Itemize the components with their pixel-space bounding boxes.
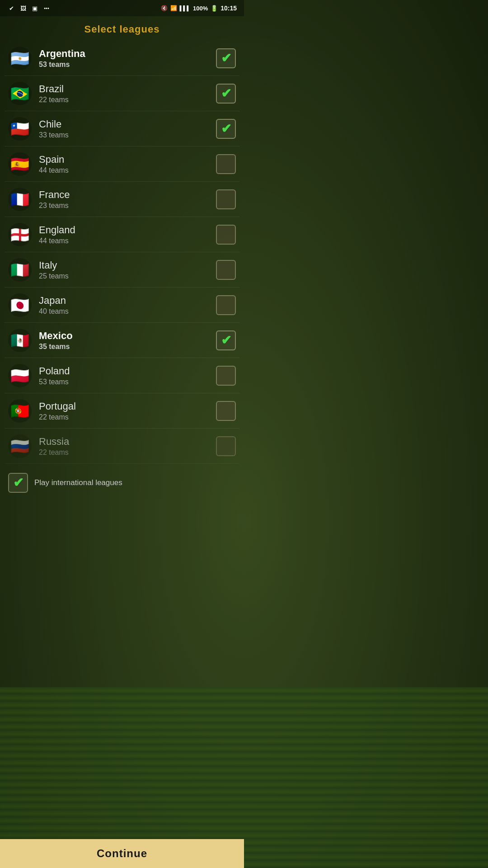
league-teams-italy: 25 teams	[39, 272, 216, 280]
flag-chile: 🇨🇱	[8, 117, 32, 141]
league-item-mexico[interactable]: 🇲🇽Mexico35 teams✔	[5, 323, 239, 358]
league-item-russia[interactable]: 🇷🇺Russia22 teams	[5, 429, 239, 464]
flag-russia: 🇷🇺	[8, 434, 32, 458]
mute-icon: 🔇	[161, 5, 168, 11]
checkbox-portugal[interactable]	[216, 401, 236, 421]
league-item-italy[interactable]: 🇮🇹Italy25 teams	[5, 252, 239, 288]
league-info-portugal: Portugal22 teams	[39, 401, 216, 421]
league-teams-france: 23 teams	[39, 202, 216, 210]
league-list: 🇦🇷Argentina53 teams✔🇧🇷Brazil22 teams✔🇨🇱C…	[0, 41, 244, 464]
flag-spain: 🇪🇸	[8, 152, 32, 176]
checkmark-argentina: ✔	[221, 52, 231, 65]
league-teams-argentina: 53 teams	[39, 61, 216, 69]
checkbox-chile[interactable]: ✔	[216, 119, 236, 139]
more-status-icon: •••	[42, 4, 51, 12]
league-info-brazil: Brazil22 teams	[39, 83, 216, 104]
league-info-japan: Japan40 teams	[39, 295, 216, 316]
checkbox-russia[interactable]	[216, 436, 236, 456]
league-info-poland: Poland53 teams	[39, 365, 216, 386]
page-title: Select leagues	[0, 16, 244, 41]
league-teams-mexico: 35 teams	[39, 343, 216, 351]
league-teams-japan: 40 teams	[39, 307, 216, 316]
league-name-argentina: Argentina	[39, 48, 216, 60]
checkbox-italy[interactable]	[216, 260, 236, 280]
league-name-chile: Chile	[39, 118, 216, 130]
league-name-england: England	[39, 224, 216, 236]
league-teams-england: 44 teams	[39, 237, 216, 245]
league-name-poland: Poland	[39, 365, 216, 377]
battery-icon: 🔋	[211, 5, 218, 12]
flag-england: 🏴󠁧󠁢󠁥󠁮󠁧󠁿	[8, 223, 32, 246]
checkbox-france[interactable]	[216, 189, 236, 209]
flipboard-status-icon: ▣	[31, 4, 39, 12]
checkbox-england[interactable]	[216, 225, 236, 245]
check-status-icon: ✔	[7, 4, 15, 12]
league-info-argentina: Argentina53 teams	[39, 48, 216, 69]
league-teams-poland: 53 teams	[39, 378, 216, 386]
league-item-portugal[interactable]: 🇵🇹Portugal22 teams	[5, 393, 239, 429]
flag-japan: 🇯🇵	[8, 293, 32, 317]
checkmark-brazil: ✔	[221, 87, 231, 100]
league-teams-portugal: 22 teams	[39, 413, 216, 421]
status-right-info: 🔇 📶 ▌▌▌ 100% 🔋 10:15	[161, 5, 237, 12]
international-leagues-option[interactable]: ✔ Play international leagues	[0, 466, 244, 500]
league-name-mexico: Mexico	[39, 330, 216, 342]
battery-level: 100%	[193, 5, 208, 12]
signal-icon: ▌▌▌	[180, 5, 190, 11]
checkbox-brazil[interactable]: ✔	[216, 84, 236, 104]
league-info-chile: Chile33 teams	[39, 118, 216, 139]
league-teams-spain: 44 teams	[39, 166, 216, 175]
league-info-russia: Russia22 teams	[39, 436, 216, 457]
league-teams-chile: 33 teams	[39, 131, 216, 139]
league-name-france: France	[39, 189, 216, 201]
flag-argentina: 🇦🇷	[8, 47, 32, 70]
international-checkmark: ✔	[13, 476, 23, 489]
league-item-brazil[interactable]: 🇧🇷Brazil22 teams✔	[5, 76, 239, 111]
checkbox-argentina[interactable]: ✔	[216, 48, 236, 68]
international-leagues-checkbox[interactable]: ✔	[8, 473, 28, 493]
league-info-spain: Spain44 teams	[39, 154, 216, 175]
league-item-england[interactable]: 🏴󠁧󠁢󠁥󠁮󠁧󠁿England44 teams	[5, 217, 239, 252]
clock: 10:15	[221, 5, 237, 12]
flag-italy: 🇮🇹	[8, 258, 32, 282]
status-bar: ✔ 🖼 ▣ ••• 🔇 📶 ▌▌▌ 100% 🔋 10:15	[0, 0, 244, 16]
checkmark-chile: ✔	[221, 123, 231, 135]
league-name-portugal: Portugal	[39, 401, 216, 412]
flag-france: 🇫🇷	[8, 188, 32, 211]
league-info-england: England44 teams	[39, 224, 216, 245]
checkbox-japan[interactable]	[216, 295, 236, 315]
league-info-france: France23 teams	[39, 189, 216, 210]
league-name-japan: Japan	[39, 295, 216, 307]
league-name-russia: Russia	[39, 436, 216, 448]
flag-mexico: 🇲🇽	[8, 329, 32, 352]
league-item-spain[interactable]: 🇪🇸Spain44 teams	[5, 146, 239, 182]
photo-status-icon: 🖼	[19, 4, 27, 12]
status-left-icons: ✔ 🖼 ▣ •••	[7, 4, 51, 12]
league-item-japan[interactable]: 🇯🇵Japan40 teams	[5, 288, 239, 323]
flag-poland: 🇵🇱	[8, 364, 32, 387]
league-item-chile[interactable]: 🇨🇱Chile33 teams✔	[5, 111, 239, 146]
checkbox-spain[interactable]	[216, 154, 236, 174]
league-name-italy: Italy	[39, 259, 216, 271]
checkbox-poland[interactable]	[216, 366, 236, 386]
checkbox-mexico[interactable]: ✔	[216, 330, 236, 350]
league-teams-russia: 22 teams	[39, 448, 216, 457]
flag-brazil: 🇧🇷	[8, 82, 32, 105]
league-item-france[interactable]: 🇫🇷France23 teams	[5, 182, 239, 217]
wifi-icon: 📶	[170, 5, 177, 11]
league-info-italy: Italy25 teams	[39, 259, 216, 280]
league-name-brazil: Brazil	[39, 83, 216, 95]
league-teams-brazil: 22 teams	[39, 96, 216, 104]
league-item-poland[interactable]: 🇵🇱Poland53 teams	[5, 358, 239, 393]
checkmark-mexico: ✔	[221, 334, 231, 347]
league-info-mexico: Mexico35 teams	[39, 330, 216, 351]
international-leagues-label: Play international leagues	[34, 478, 122, 487]
league-name-spain: Spain	[39, 154, 216, 165]
flag-portugal: 🇵🇹	[8, 399, 32, 423]
league-item-argentina[interactable]: 🇦🇷Argentina53 teams✔	[5, 41, 239, 76]
